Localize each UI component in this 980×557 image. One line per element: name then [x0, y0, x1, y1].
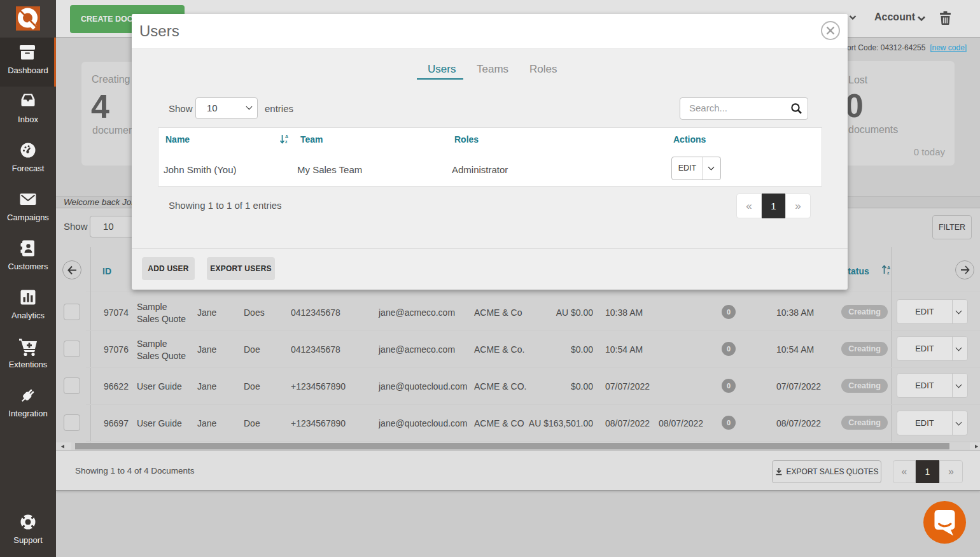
- svg-text:A: A: [285, 134, 288, 139]
- svg-text:z: z: [285, 139, 288, 144]
